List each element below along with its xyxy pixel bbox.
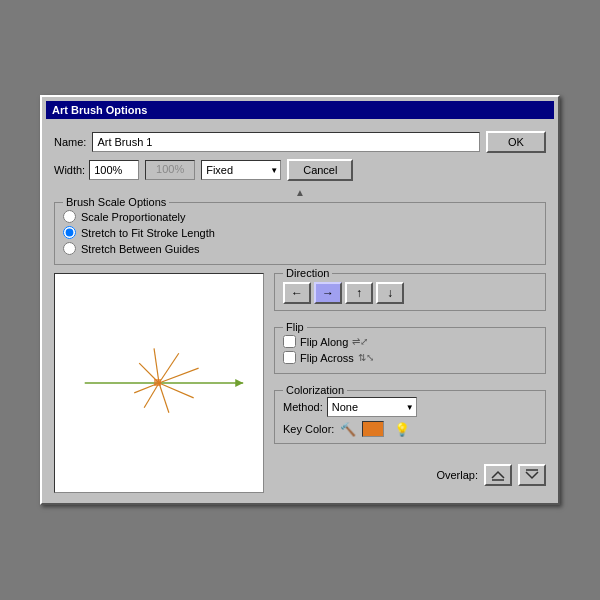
art-brush-options-dialog: Art Brush Options Name: OK Width: 100% F…: [40, 95, 560, 505]
name-row: Name: OK: [54, 131, 546, 153]
svg-line-8: [154, 348, 159, 383]
brush-scale-group: Brush Scale Options Scale Proportionatel…: [54, 202, 546, 265]
width-row: Width: 100% Fixed Cancel: [54, 159, 546, 181]
name-label: Name:: [54, 136, 86, 148]
color-swatch[interactable]: [362, 421, 384, 437]
method-select-wrapper: None Tints Tints and Shades Hue Shift: [327, 397, 417, 417]
key-color-row: Key Color: 🔨 💡: [283, 421, 537, 437]
colorization-label: Colorization: [283, 384, 347, 396]
right-panel: Direction ← → ↑ ↓ Flip Flip Along ⇌⤢: [274, 273, 546, 493]
scale-option2-label: Stretch to Fit Stroke Length: [81, 227, 215, 239]
scale-option3-radio[interactable]: [63, 242, 76, 255]
scale-option3-row: Stretch Between Guides: [63, 242, 537, 255]
width-fixed-value: 100%: [145, 160, 195, 180]
preview-svg: [55, 274, 263, 492]
fixed-select[interactable]: Fixed: [201, 160, 281, 180]
ok-button[interactable]: OK: [486, 131, 546, 153]
direction-up-btn[interactable]: ↑: [345, 282, 373, 304]
flip-group: Flip Flip Along ⇌⤢ Flip Across ⇅⤡: [274, 327, 546, 374]
scale-option2-row: Stretch to Fit Stroke Length: [63, 226, 537, 239]
overlap-label: Overlap:: [436, 469, 478, 481]
dialog-title: Art Brush Options: [52, 104, 147, 116]
width-label: Width:: [54, 164, 85, 176]
svg-rect-10: [154, 379, 161, 386]
eyedropper-icon[interactable]: 🔨: [340, 422, 356, 437]
direction-down-btn[interactable]: ↓: [376, 282, 404, 304]
direction-buttons: ← → ↑ ↓: [283, 282, 537, 304]
method-select[interactable]: None Tints Tints and Shades Hue Shift: [327, 397, 417, 417]
overlap-btn2[interactable]: [518, 464, 546, 486]
dialog-body: Name: OK Width: 100% Fixed Cancel ▲ Brus…: [46, 125, 554, 499]
brush-scale-label: Brush Scale Options: [63, 196, 169, 208]
flip-along-label: Flip Along: [300, 336, 348, 348]
scale-option1-row: Scale Proportionately: [63, 210, 537, 223]
direction-left-btn[interactable]: ←: [283, 282, 311, 304]
flip-across-icon: ⇅⤡: [358, 352, 374, 363]
colorization-group: Colorization Method: None Tints Tints an…: [274, 390, 546, 444]
svg-line-1: [159, 353, 179, 383]
svg-line-3: [159, 383, 194, 398]
tips-icon[interactable]: 💡: [394, 422, 410, 437]
method-row: Method: None Tints Tints and Shades Hue …: [283, 397, 537, 417]
flip-along-checkbox[interactable]: [283, 335, 296, 348]
cancel-button[interactable]: Cancel: [287, 159, 353, 181]
svg-marker-9: [235, 379, 243, 387]
direction-right-btn[interactable]: →: [314, 282, 342, 304]
flip-label: Flip: [283, 321, 307, 333]
scale-option3-label: Stretch Between Guides: [81, 243, 200, 255]
flip-across-checkbox[interactable]: [283, 351, 296, 364]
preview-box: [54, 273, 264, 493]
flip-across-row: Flip Across ⇅⤡: [283, 351, 537, 364]
width-input[interactable]: [89, 160, 139, 180]
scale-option2-radio[interactable]: [63, 226, 76, 239]
svg-line-2: [159, 368, 199, 383]
direction-label: Direction: [283, 267, 332, 279]
fixed-select-wrapper: Fixed: [195, 160, 281, 180]
method-label: Method:: [283, 401, 323, 413]
direction-group: Direction ← → ↑ ↓: [274, 273, 546, 311]
overlap-row: Overlap:: [274, 464, 546, 486]
overlap-btn1[interactable]: [484, 464, 512, 486]
name-input[interactable]: [92, 132, 480, 152]
flip-along-icon: ⇌⤢: [352, 336, 368, 347]
scale-option1-radio[interactable]: [63, 210, 76, 223]
flip-along-row: Flip Along ⇌⤢: [283, 335, 537, 348]
flip-across-label: Flip Across: [300, 352, 354, 364]
svg-line-4: [159, 383, 169, 413]
svg-line-5: [144, 383, 159, 408]
main-content: Direction ← → ↑ ↓ Flip Flip Along ⇌⤢: [54, 273, 546, 493]
scale-option1-label: Scale Proportionately: [81, 211, 186, 223]
key-color-label: Key Color:: [283, 423, 334, 435]
title-bar: Art Brush Options: [46, 101, 554, 119]
